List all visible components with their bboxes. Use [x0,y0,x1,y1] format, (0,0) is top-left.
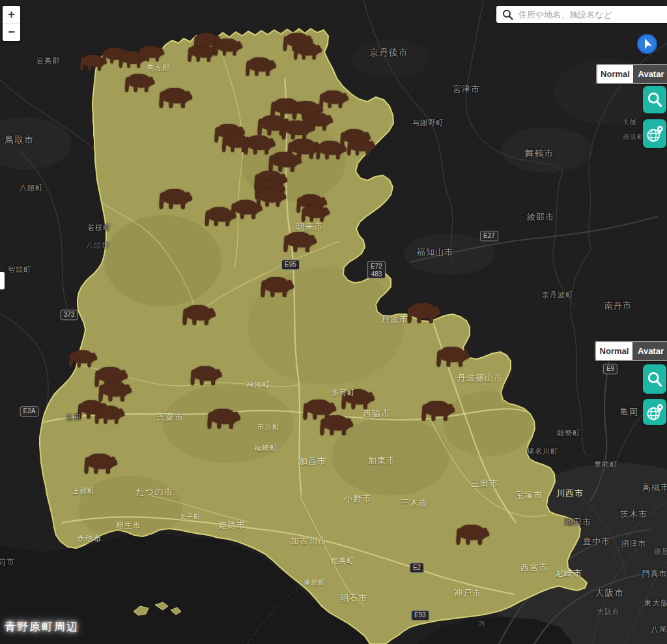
map-canvas[interactable]: 岩美郡鳥取市八頭町若桜町八頭郡智頭町佐用前市京丹後市宮津市与謝野町舞鶴市綾部市福… [0,0,667,644]
map-label: 播磨町 [304,578,326,587]
map-label: 八頭郡 [86,241,109,250]
map-label: 大飯 [623,118,637,127]
map-label: たつの市 [136,486,173,498]
current-area-label: 青野原町周辺 [5,619,79,634]
map-label: 小野市 [344,493,371,505]
map-label: 姫路市 [218,520,246,531]
search-icon [502,9,513,20]
map-label: 福知山市 [417,246,453,258]
map-label: 太子町 [180,512,201,521]
map-label: 豊中市 [583,536,610,548]
map-label: 京丹後市 [369,47,408,59]
map-label: 茨木市 [620,508,647,520]
map-search-button-1[interactable] [643,86,666,113]
map-label: 川西市 [556,488,584,499]
map-globe-button-2[interactable] [643,399,666,425]
map-label: 高浜町 [623,132,645,141]
map-label: 稲美町 [331,556,354,566]
map-label: 加西市 [299,456,326,467]
map-label: 亀岡 [620,406,638,418]
map-label: 宍粟市 [156,411,184,423]
map-label: 能勢町 [557,428,580,438]
map-label: 東大阪 [644,598,667,609]
airport-icon: ✈ [475,616,490,631]
road-shield-label: 373 [61,310,78,320]
map-label: 門真市 [642,568,667,579]
map-label: 京丹波町 [542,290,573,300]
map-globe-button-1[interactable] [643,119,666,148]
map-label: 上郡町 [72,486,95,496]
map-label: 多可町 [332,388,355,398]
map-label: 若桜町 [87,223,111,233]
map-label: 池田市 [564,516,591,528]
map-label: 高槻市 [642,482,667,493]
map-type-avatar-button[interactable]: Avatar [632,342,667,360]
map-label: 神戸市 [454,587,481,599]
map-type-normal-button[interactable]: Normal [596,342,632,360]
map-label: 朝来市 [296,221,323,233]
search-icon [646,370,664,389]
map-type-toggle-1: Normal Avatar [596,64,667,84]
locate-me-button[interactable] [637,34,657,54]
zoom-control: + − [3,6,20,41]
road-shield-label: E72483 [367,261,386,279]
map-label: 丹波篠山市 [457,372,503,384]
globe-pin-icon [645,123,664,144]
map-label: 綾部市 [527,211,554,223]
road-shield-label: E27 [480,231,498,241]
road-shield-label: E93 [411,610,429,621]
globe-pin-icon [645,402,664,422]
map-label: 寝屋 [654,547,667,557]
map-label: 相生市 [116,520,141,531]
map-label: 八尾 [651,624,667,635]
search-input[interactable] [517,9,667,20]
map-label: 大阪府 [597,607,620,617]
map-label: 豊能町 [594,460,617,469]
map-label: 猪名川町 [527,446,558,456]
map-label: 前市 [0,557,15,568]
road-shield-label: E2A [20,406,39,417]
map-label: 宮津市 [453,83,480,95]
map-label: 宝塚市 [515,490,543,501]
panel-collapse-handle[interactable] [0,272,5,289]
map-type-normal-button[interactable]: Normal [597,65,633,83]
map-label: 明石市 [340,593,367,604]
map-label-layer: 岩美郡鳥取市八頭町若桜町八頭郡智頭町佐用前市京丹後市宮津市与謝野町舞鶴市綾部市福… [0,0,667,644]
map-label: 与謝野町 [412,118,444,128]
map-label: 南丹市 [604,300,632,312]
zoom-in-button[interactable]: + [3,6,20,23]
navigation-arrow-icon [638,35,656,53]
map-label: 市川町 [257,422,280,432]
map-label: 舞鶴市 [525,148,554,160]
map-label: 鳥取市 [5,134,35,146]
map-label: 赤穂市 [77,533,102,544]
map-label: 大阪市 [595,587,625,599]
map-label: 西宮市 [520,562,548,574]
map-label: 神河町 [246,380,270,390]
map-label: 福崎町 [254,443,277,453]
map-label: 加東市 [368,455,395,467]
road-shield-label: E9 [603,364,617,374]
map-label: 加古川市 [291,535,327,547]
map-label: 尼崎市 [555,568,582,579]
map-label: 智頭町 [8,265,31,274]
map-label: 摂津市 [621,538,647,549]
zoom-out-button[interactable]: − [3,23,20,41]
map-label: 三木市 [401,497,428,509]
map-label: 丹波市 [381,314,408,325]
map-type-avatar-button[interactable]: Avatar [633,65,667,83]
map-type-toggle-2: Normal Avatar [595,341,667,361]
map-label: 佐用 [66,413,81,422]
map-label: 八頭町 [20,183,43,193]
map-label: 岩美郡 [36,56,60,66]
road-shield-label: E95 [281,259,300,270]
map-label: 西脇市 [363,408,390,420]
search-icon [646,90,664,110]
road-shield-label: E2 [410,563,424,573]
map-label: 三田市 [471,478,498,490]
search-box[interactable] [496,6,667,23]
map-label: 美方郡 [147,63,170,73]
map-search-button-2[interactable] [643,364,666,394]
